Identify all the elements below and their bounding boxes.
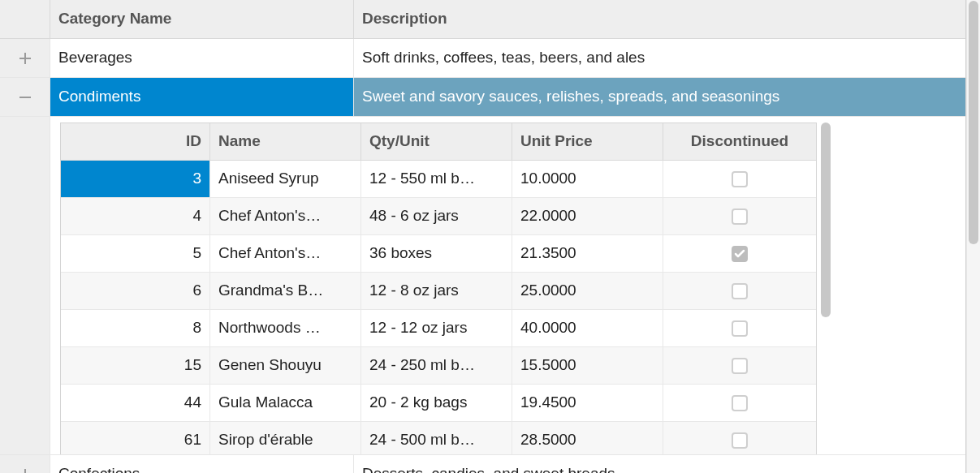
plus-icon [18,467,32,474]
cell-discontinued[interactable] [663,347,816,384]
detail-panel: ID Name Qty/Unit Unit Price Discontinued… [0,117,965,455]
cell-unit-price[interactable]: 15.5000 [512,347,663,384]
detail-row[interactable]: 61Sirop d'érable24 - 500 ml b…28.5000 [61,422,816,454]
cell-description[interactable]: Soft drinks, coffees, teas, beers, and a… [354,39,965,77]
cell-description[interactable]: Desserts, candies, and sweet breads [354,455,965,473]
cell-qty-per-unit[interactable]: 12 - 550 ml b… [361,161,512,197]
cell-unit-price[interactable]: 19.4500 [512,385,663,421]
checkbox[interactable] [732,209,748,225]
detail-row[interactable]: 8Northwoods …12 - 12 oz jars40.0000 [61,310,816,347]
cell-name[interactable]: Chef Anton's… [210,198,361,234]
cell-name[interactable]: Genen Shouyu [210,347,361,384]
cell-discontinued[interactable] [663,273,816,309]
collapse-button[interactable] [0,78,50,116]
cell-id[interactable]: 5 [61,235,210,272]
column-header-id[interactable]: ID [61,123,210,160]
cell-id[interactable]: 6 [61,273,210,309]
expand-collapse-header [0,0,50,38]
checkbox[interactable] [732,432,748,449]
cell-category-name[interactable]: Confections [50,455,354,473]
scrollbar-thumb[interactable] [821,123,831,317]
column-header-description[interactable]: Description [354,0,965,38]
cell-qty-per-unit[interactable]: 36 boxes [361,235,512,272]
checkbox[interactable] [732,246,748,262]
cell-id[interactable]: 44 [61,385,210,421]
cell-discontinued[interactable] [663,198,816,234]
master-row[interactable]: Confections Desserts, candies, and sweet… [0,455,965,473]
cell-discontinued[interactable] [663,235,816,272]
checkbox[interactable] [732,283,748,299]
cell-unit-price[interactable]: 10.0000 [512,161,663,197]
detail-row[interactable]: 5Chef Anton's…36 boxes21.3500 [61,235,816,273]
cell-description[interactable]: Sweet and savory sauces, relishes, sprea… [354,78,965,116]
cell-qty-per-unit[interactable]: 24 - 250 ml b… [361,347,512,384]
checkbox[interactable] [732,358,748,374]
detail-row[interactable]: 15Genen Shouyu24 - 250 ml b…15.5000 [61,347,816,385]
column-header-category-name[interactable]: Category Name [50,0,354,38]
cell-category-name[interactable]: Beverages [50,39,354,77]
cell-id[interactable]: 8 [61,310,210,346]
cell-id[interactable]: 15 [61,347,210,384]
outer-scrollbar[interactable] [966,0,980,473]
column-header-unit-price[interactable]: Unit Price [512,123,663,160]
master-header-row: Category Name Description [0,0,965,39]
column-header-discontinued[interactable]: Discontinued [663,123,816,160]
cell-unit-price[interactable]: 22.0000 [512,198,663,234]
master-row[interactable]: Beverages Soft drinks, coffees, teas, be… [0,39,965,78]
cell-qty-per-unit[interactable]: 20 - 2 kg bags [361,385,512,421]
detail-header-row: ID Name Qty/Unit Unit Price Discontinued [61,123,816,161]
detail-body: ID Name Qty/Unit Unit Price Discontinued… [50,117,965,454]
cell-qty-per-unit[interactable]: 24 - 500 ml b… [361,422,512,454]
cell-name[interactable]: Chef Anton's… [210,235,361,272]
cell-discontinued[interactable] [663,310,816,346]
cell-id[interactable]: 4 [61,198,210,234]
cell-unit-price[interactable]: 21.3500 [512,235,663,272]
expand-button[interactable] [0,455,50,473]
cell-name[interactable]: Gula Malacca [210,385,361,421]
checkbox[interactable] [732,395,748,411]
detail-scrollbar[interactable] [817,123,836,454]
detail-row[interactable]: 44Gula Malacca20 - 2 kg bags19.4500 [61,385,816,422]
cell-qty-per-unit[interactable]: 48 - 6 oz jars [361,198,512,234]
cell-name[interactable]: Sirop d'érable [210,422,361,454]
detail-gutter [0,117,50,454]
checkbox[interactable] [732,320,748,337]
cell-discontinued[interactable] [663,161,816,197]
cell-qty-per-unit[interactable]: 12 - 8 oz jars [361,273,512,309]
cell-name[interactable]: Grandma's B… [210,273,361,309]
cell-discontinued[interactable] [663,422,816,454]
expand-button[interactable] [0,39,50,77]
cell-discontinued[interactable] [663,385,816,421]
checkbox[interactable] [732,171,748,187]
detail-row[interactable]: 6Grandma's B…12 - 8 oz jars25.0000 [61,273,816,310]
cell-unit-price[interactable]: 25.0000 [512,273,663,309]
column-header-name[interactable]: Name [210,123,361,160]
scrollbar-thumb[interactable] [969,1,978,244]
master-row-selected[interactable]: Condiments Sweet and savory sauces, reli… [0,78,965,117]
cell-unit-price[interactable]: 40.0000 [512,310,663,346]
detail-row[interactable]: 3Aniseed Syrup12 - 550 ml b…10.0000 [61,161,816,198]
cell-name[interactable]: Northwoods … [210,310,361,346]
detail-grid: ID Name Qty/Unit Unit Price Discontinued… [60,123,817,454]
cell-qty-per-unit[interactable]: 12 - 12 oz jars [361,310,512,346]
cell-id[interactable]: 61 [61,422,210,454]
cell-name[interactable]: Aniseed Syrup [210,161,361,197]
cell-unit-price[interactable]: 28.5000 [512,422,663,454]
cell-category-name[interactable]: Condiments [50,78,354,116]
cell-id[interactable]: 3 [61,161,210,197]
data-grid: Category Name Description Beverages Soft… [0,0,966,473]
column-header-qty-per-unit[interactable]: Qty/Unit [361,123,512,160]
plus-icon [18,51,32,66]
detail-row[interactable]: 4Chef Anton's…48 - 6 oz jars22.0000 [61,198,816,235]
minus-icon [18,90,32,105]
